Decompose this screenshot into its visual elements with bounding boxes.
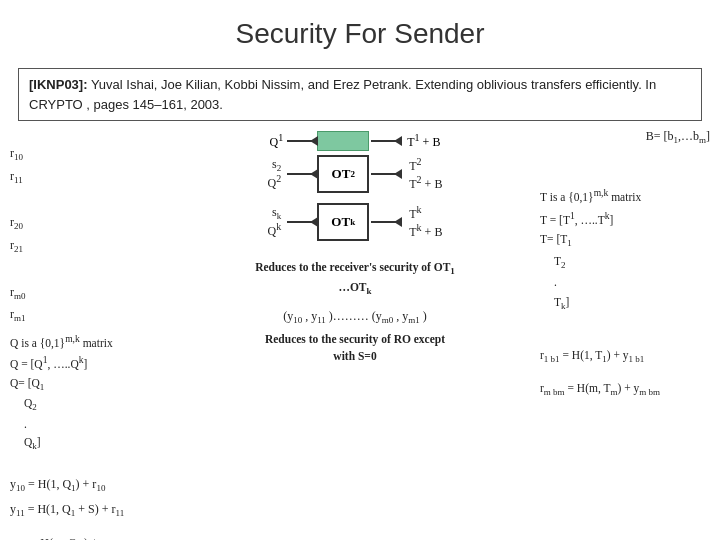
q-matrix-label: Q is a {0,1}m,k matrix [10,337,113,349]
arrow-otk-out [371,221,401,223]
otk-inputs: sk Qk [268,205,282,239]
right-column: B= [b1,…bm] T is a {0,1}m,k matrix T = [… [540,129,710,540]
t-matrix-eq2: T= [T1 [540,233,572,245]
parens-equation: (y10 , y11 )……… (ym0 , ym1 ) [283,309,427,325]
qk: Qk] [24,436,41,448]
arrow-ot2-out [371,173,401,175]
reference-tag: [IKNP03]: [29,77,88,92]
t1-plus-b-label: T1 + B [407,132,440,150]
arrow-ot2-in [287,173,317,175]
tk-label: Tk [409,204,442,222]
tk-plus-b-label: Tk + B [409,222,442,240]
r1b1-eq: r1 b1 = H(1, T1) + y1 b1 [540,344,710,368]
top-ot-row: Q1 T1 + B [170,131,540,151]
page-title: Security For Sender [0,0,720,60]
t2r: T2 [554,255,566,267]
t-matrix-eq1: T = [T1, …..Tk] [540,214,613,226]
ot2-outputs: T2 T2 + B [409,156,442,192]
arrow-t1 [371,140,401,142]
ot2-inputs: s2 Q2 [268,157,282,191]
y-equations-left: y10 = H(1, Q1) + r10 y11 = H(1, Q1 + S) … [10,472,170,540]
reference-box: [IKNP03]: Yuval Ishai, Joe Kilian, Kobbi… [18,68,702,121]
r21: r21 [10,235,170,258]
left-column: r10 r11 r20 r21 rm0 rm1 Q is a {0,1}m,k … [10,129,170,540]
y11-eq: y11 = H(1, Q1 + S) + r11 [10,497,170,522]
main-content: r10 r11 r20 r21 rm0 rm1 Q is a {0,1}m,k … [0,129,720,540]
tkr: Tk] [554,296,569,308]
center-column: Q1 T1 + B s2 Q2 OT2 T2 T2 + B sk Qk [170,129,540,540]
sk-label: sk [272,205,281,221]
r11: r11 [10,166,170,189]
t-matrix-label: T is a {0,1}m,k matrix [540,191,641,203]
rm1: rm1 [10,304,170,327]
right-y-equations: r1 b1 = H(1, T1) + y1 b1 rm bm = H(m, Tm… [540,344,710,401]
t2-label: T2 [409,156,442,174]
top-ot-box [317,131,369,151]
arrow-otk-in [287,221,317,223]
ot2-row: s2 Q2 OT2 T2 T2 + B [170,155,540,193]
r10: r10 [10,143,170,166]
s2-label: s2 [272,157,281,173]
otk-box: OTk [317,203,369,241]
r20: r20 [10,212,170,235]
t-matrix-description: T is a {0,1}m,k matrix T = [T1, …..Tk] T… [540,185,710,314]
otk-outputs: Tk Tk + B [409,204,442,240]
q1-top-label: Q1 [270,132,284,150]
t2-plus-b-label: T2 + B [409,174,442,192]
q2-label: Q2 [268,173,282,191]
ot2-box: OT2 [317,155,369,193]
arrow-q1 [287,140,317,142]
rm0: rm0 [10,282,170,305]
r-values: r10 r11 r20 r21 rm0 rm1 [10,143,170,327]
reduces-ro-text: Reduces to the security of RO except wit… [265,331,445,366]
qdot: . [24,418,27,430]
tdotr: . [554,276,557,288]
q-matrix-eq1: Q = [Q1, …..Qk] [10,358,87,370]
rmbm-eq: rm bm = H(m, Tm) + ym bm [540,377,710,401]
q2: Q2 [24,397,37,409]
q-matrix-eq2: Q= [Q1 [10,377,44,389]
otk-row: sk Qk OTk Tk Tk + B [170,203,540,241]
reduces-ot1-text: Reduces to the receiver's security of OT… [255,259,455,299]
b-equals: B= [b1,…bm] [540,129,710,145]
matrix-description: Q is a {0,1}m,k matrix Q = [Q1, …..Qk] Q… [10,331,170,454]
reference-text: Yuval Ishai, Joe Kilian, Kobbi Nissim, a… [29,77,656,112]
ym0-eq: ym0 = H(m, Qm) + rm0 [10,531,170,540]
qk-label: Qk [268,221,282,239]
y10-eq: y10 = H(1, Q1) + r10 [10,472,170,497]
